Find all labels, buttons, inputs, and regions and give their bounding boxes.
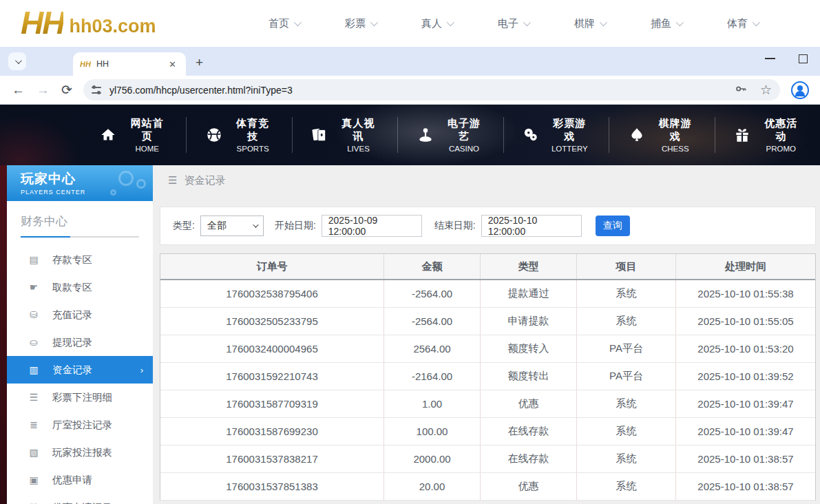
top-nav-item[interactable]: 捕鱼	[651, 17, 682, 30]
game-nav-lottery[interactable]: 彩票游戏 LOTTERY	[503, 117, 609, 153]
tab-search-button[interactable]	[8, 52, 26, 70]
column-header-order-id: 订单号	[160, 254, 383, 279]
game-nav-label-en: LIVES	[337, 145, 380, 153]
section-underline	[21, 236, 139, 238]
back-button[interactable]: ←	[12, 83, 25, 98]
start-date-label: 开始日期:	[275, 220, 316, 232]
chevron-down-icon	[523, 19, 531, 26]
cell-time: 2025-10-10 01:55:05	[675, 308, 815, 335]
chevron-right-icon: ›	[140, 365, 143, 375]
top-nav-item[interactable]: 首页	[269, 17, 299, 30]
end-date-input[interactable]: 2025-10-10 12:00:00	[481, 215, 582, 237]
breadcrumb: ☰ 资金记录	[160, 165, 820, 196]
sidebar: 玩家中心 PLAYERS CENTER 财务中心 ▤ 存款专区 › ☛ 取款专区…	[7, 165, 153, 504]
cell-type: 优惠	[480, 390, 576, 417]
search-button[interactable]: 查询	[596, 216, 630, 236]
sidebar-item-lottery-bet-detail[interactable]: ☰ 彩票下注明细 ›	[7, 384, 153, 411]
column-header-type: 类型	[480, 254, 576, 279]
sidebar-item-recharge-records[interactable]: ⛁ 充值记录 ›	[7, 301, 153, 328]
page-body: 玩家中心 PLAYERS CENTER 财务中心 ▤ 存款专区 › ☛ 取款专区…	[0, 165, 820, 504]
sidebar-item-withdraw-zone[interactable]: ☛ 取款专区 ›	[7, 273, 153, 301]
game-nav-sports[interactable]: 体育竞技 SPORTS	[186, 117, 291, 153]
game-nav-lives[interactable]: 真人视讯 LIVES	[292, 117, 397, 153]
url-text[interactable]: yl756.com/hhcp/usercenter.html?iniType=3	[109, 85, 734, 96]
chevron-down-icon	[447, 19, 454, 26]
gamepad-decoration-icon	[109, 169, 147, 197]
type-select[interactable]: 全部	[200, 216, 264, 236]
forward-button[interactable]: →	[36, 83, 50, 98]
password-key-icon[interactable]	[734, 82, 748, 98]
cell-order-id: 1760031587709319	[160, 390, 383, 417]
top-nav-item-label: 电子	[498, 17, 518, 30]
sidebar-item-label: 玩家投注报表	[52, 446, 112, 459]
sidebar-item-icon: ☰	[28, 392, 40, 403]
game-nav-casino[interactable]: 电子游艺 CASINO	[397, 117, 503, 153]
cell-time: 2025-10-10 01:39:47	[675, 390, 815, 417]
sidebar-menu: ▤ 存款专区 › ☛ 取款专区 › ⛁ 充值记录 › ⛀	[7, 246, 153, 504]
game-nav-label-zh: 彩票游戏	[549, 117, 591, 143]
spade-icon	[627, 125, 646, 145]
browser-profile-avatar[interactable]	[791, 81, 809, 99]
game-nav-label-zh: 体育竞技	[231, 117, 274, 143]
cell-time: 2025-10-10 01:39:47	[675, 418, 815, 445]
game-nav-promo[interactable]: 优惠活动 PROMO	[715, 117, 820, 153]
cell-time: 2025-10-10 01:53:20	[675, 335, 815, 362]
start-date-input[interactable]: 2025-10-09 12:00:00	[322, 215, 422, 237]
players-center-header: 玩家中心 PLAYERS CENTER	[7, 165, 153, 201]
sidebar-item-promo-apply-records[interactable]: ☷ 优惠申请记录 ›	[7, 494, 153, 504]
top-nav-item[interactable]: 彩票	[345, 17, 376, 30]
address-bar[interactable]: yl756.com/hhcp/usercenter.html?iniType=3…	[83, 79, 780, 101]
window-maximize-button[interactable]	[799, 54, 808, 63]
chevron-down-icon	[14, 57, 21, 64]
sidebar-item-label: 充值记录	[52, 308, 92, 322]
cell-project: PA平台	[576, 335, 675, 362]
logo-hh-text: HH	[21, 8, 63, 39]
sports-icon	[204, 125, 223, 145]
cell-order-id: 1760031537838217	[160, 445, 383, 472]
top-nav-item[interactable]: 电子	[498, 17, 529, 30]
top-nav-item-label: 真人	[421, 17, 442, 30]
cell-amount: 20.00	[383, 473, 480, 500]
sidebar-item-icon: ▤	[28, 254, 40, 265]
cell-project: 系统	[576, 390, 675, 417]
chevron-down-icon	[294, 19, 302, 26]
game-nav-label-zh: 真人视讯	[337, 117, 380, 143]
column-header-project: 项目	[576, 254, 675, 279]
new-tab-button[interactable]: +	[196, 55, 203, 70]
top-nav-item[interactable]: 真人	[421, 17, 452, 30]
filter-bar: 类型: 全部 开始日期: 2025-10-09 12:00:00 结束日期: 2…	[160, 207, 816, 245]
window-minimize-button[interactable]	[765, 58, 775, 59]
bookmark-star-icon[interactable]: ☆	[760, 82, 772, 98]
sidebar-item-funds-records[interactable]: ▥ 资金记录 ›	[7, 356, 153, 384]
sidebar-item-promo-apply[interactable]: ▣ 优惠申请 ›	[7, 466, 153, 494]
sidebar-item-deposit-zone[interactable]: ▤ 存款专区 ›	[7, 246, 153, 273]
top-nav-item[interactable]: 体育	[727, 17, 758, 30]
reload-button[interactable]: ⟳	[61, 82, 72, 98]
game-nav-chess[interactable]: 棋牌游戏 CHESS	[609, 117, 714, 153]
site-logo[interactable]: HH hh03.com	[21, 8, 227, 39]
site-info-icon[interactable]	[92, 87, 101, 94]
cell-order-id: 1760031537851383	[160, 473, 383, 500]
cell-project: 系统	[576, 308, 675, 335]
tab-close-icon[interactable]: ✕	[166, 58, 179, 71]
sidebar-item-label: 取款专区	[52, 281, 92, 294]
sidebar-item-label: 优惠申请记录	[52, 501, 112, 504]
hamburger-menu-icon[interactable]: ☰	[168, 174, 177, 187]
browser-tab[interactable]: HH HH ✕	[73, 52, 186, 76]
sidebar-item-withdrawal-records[interactable]: ⛀ 提现记录 ›	[7, 328, 153, 356]
sidebar-item-hall-bet-records[interactable]: ≣ 厅室投注记录 ›	[7, 411, 153, 439]
top-nav-item-label: 彩票	[345, 17, 366, 30]
game-nav-home[interactable]: 网站首页 HOME	[81, 117, 186, 153]
top-nav-item-label: 体育	[727, 17, 748, 30]
chevron-down-icon	[253, 222, 258, 227]
cell-amount: 2564.00	[383, 335, 480, 362]
site-favicon-icon: HH	[80, 60, 91, 68]
sidebar-item-label: 资金记录	[52, 364, 92, 377]
sidebar-item-label: 存款专区	[52, 253, 92, 266]
table-row: 1760032538795406 -2564.00 提款通过 系统 2025-1…	[160, 280, 815, 308]
finance-center-label: 财务中心	[21, 213, 139, 229]
cell-order-id: 1760032505233795	[160, 308, 383, 335]
top-nav-item[interactable]: 棋牌	[574, 17, 605, 30]
sidebar-item-player-bet-report[interactable]: ▧ 玩家投注报表 ›	[7, 439, 153, 466]
finance-center-section: 财务中心	[7, 201, 153, 244]
